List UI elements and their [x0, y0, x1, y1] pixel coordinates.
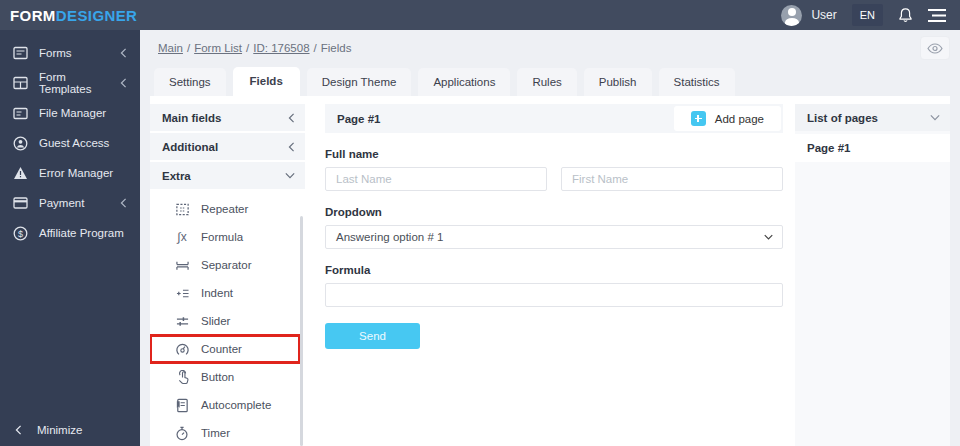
sidebar-minimize-button[interactable]: Minimize — [0, 414, 140, 446]
field-type-separator[interactable]: Separator — [150, 251, 300, 279]
tab-settings[interactable]: Settings — [154, 68, 226, 96]
pages-panel-header[interactable]: List of pages — [795, 104, 950, 131]
sidebar-item-label: Form Templates — [39, 71, 109, 95]
formula-icon: ∫x — [174, 230, 190, 244]
tab-rules[interactable]: Rules — [517, 68, 576, 96]
breadcrumb-row: Main/Form List/ID: 176508/Fields — [140, 30, 960, 62]
chevron-down-icon — [285, 172, 295, 179]
field-type-indent[interactable]: Indent — [150, 279, 300, 307]
send-button[interactable]: Send — [325, 323, 420, 349]
breadcrumb-separator: / — [246, 42, 249, 54]
field-type-formula[interactable]: ∫x Formula — [150, 223, 300, 251]
section-main-fields[interactable]: Main fields — [150, 104, 305, 131]
autocomplete-icon — [174, 398, 190, 413]
affiliate-program-icon: $ — [13, 226, 28, 241]
breadcrumb-separator: / — [314, 42, 317, 54]
sidebar-item-affiliate-program[interactable]: $ Affiliate Program — [0, 218, 140, 248]
last-name-input[interactable] — [325, 167, 547, 191]
tab-statistics[interactable]: Statistics — [659, 68, 735, 96]
chevron-left-icon — [120, 78, 127, 88]
pages-panel: List of pages Page #1 — [795, 104, 950, 446]
sidebar-item-error-manager[interactable]: Error Manager — [0, 158, 140, 188]
menu-hamburger-icon[interactable] — [928, 9, 946, 22]
section-extra[interactable]: Extra — [150, 162, 305, 189]
button-icon — [174, 370, 190, 385]
field-type-button[interactable]: Button — [150, 363, 300, 391]
svg-text:$: $ — [18, 228, 23, 238]
section-label: Main fields — [162, 112, 221, 124]
chevron-left-icon — [288, 113, 295, 123]
indent-icon — [174, 287, 190, 300]
tab-publish[interactable]: Publish — [584, 68, 652, 96]
sidebar-item-label: Error Manager — [39, 167, 113, 179]
error-manager-icon — [13, 166, 28, 180]
sidebar-item-guest-access[interactable]: Guest Access — [0, 128, 140, 158]
plus-icon — [691, 111, 706, 126]
timer-icon — [174, 426, 190, 441]
page-title: Page #1 — [337, 113, 380, 125]
page-editor: Page #1 Add page Full name Dropdown Answ… — [325, 104, 783, 446]
chevron-down-icon — [930, 114, 940, 121]
tab-bar: Settings Fields Design Theme Application… — [140, 62, 960, 96]
tab-applications[interactable]: Applications — [418, 68, 510, 96]
app-logo: FORMDESIGNER — [10, 7, 137, 24]
field-type-counter[interactable]: Counter — [150, 335, 300, 363]
breadcrumb-link-main[interactable]: Main — [158, 42, 183, 54]
breadcrumb-separator: / — [187, 42, 190, 54]
breadcrumb-current: Fields — [321, 42, 352, 54]
fields-panel-scrollbar[interactable] — [300, 216, 303, 446]
repeater-icon — [174, 202, 190, 217]
field-type-repeater[interactable]: Repeater — [150, 195, 300, 223]
guest-access-icon — [13, 136, 28, 151]
sidebar-item-forms[interactable]: Forms — [0, 38, 140, 68]
add-page-label: Add page — [715, 113, 764, 125]
field-type-slider[interactable]: Slider — [150, 307, 300, 335]
breadcrumb-link-form-id[interactable]: ID: 176508 — [253, 42, 309, 54]
page-list-item[interactable]: Page #1 — [795, 134, 950, 162]
slider-icon — [174, 315, 190, 328]
add-page-button[interactable]: Add page — [674, 106, 781, 131]
formula-label: Formula — [325, 264, 783, 276]
field-type-label: Counter — [201, 343, 242, 355]
section-label: Extra — [162, 170, 191, 182]
fields-tab-content: Main fields Additional Extra Repeater — [150, 96, 950, 446]
sidebar-item-label: Guest Access — [39, 137, 109, 149]
sidebar-item-file-manager[interactable]: File Manager — [0, 98, 140, 128]
top-bar: FORMDESIGNER User EN — [0, 0, 960, 30]
field-type-label: Autocomplete — [201, 399, 271, 411]
user-avatar[interactable] — [781, 5, 802, 26]
breadcrumb-link-form-list[interactable]: Form List — [194, 42, 242, 54]
sidebar-item-payment[interactable]: Payment — [0, 188, 140, 218]
sidebar: Forms Form Templates File Manager Guest … — [0, 30, 140, 446]
dropdown-selected-value: Answering option # 1 — [336, 231, 443, 243]
minimize-label: Minimize — [37, 424, 82, 436]
field-type-timer[interactable]: Timer — [150, 419, 300, 446]
section-additional[interactable]: Additional — [150, 133, 305, 160]
counter-icon — [174, 342, 190, 357]
notifications-bell-icon[interactable] — [898, 7, 913, 23]
field-type-label: Formula — [201, 231, 243, 243]
formula-input[interactable] — [325, 283, 783, 307]
logo-designer: DESIGNER — [56, 7, 138, 24]
tab-fields[interactable]: Fields — [233, 67, 300, 96]
field-type-label: Repeater — [201, 203, 248, 215]
sidebar-item-label: Affiliate Program — [39, 227, 124, 239]
preview-eye-button[interactable] — [920, 36, 950, 60]
field-type-label: Slider — [201, 315, 230, 327]
full-name-label: Full name — [325, 148, 783, 160]
language-selector[interactable]: EN — [852, 4, 883, 26]
dropdown-select[interactable]: Answering option # 1 — [325, 225, 783, 249]
sidebar-item-label: Forms — [39, 47, 72, 59]
payment-icon — [13, 197, 28, 209]
first-name-input[interactable] — [561, 167, 783, 191]
pages-panel-title: List of pages — [807, 112, 878, 124]
page-header: Page #1 Add page — [325, 104, 783, 133]
field-type-label: Button — [201, 371, 234, 383]
tab-design-theme[interactable]: Design Theme — [307, 68, 412, 96]
field-type-label: Separator — [201, 259, 252, 271]
field-type-autocomplete[interactable]: Autocomplete — [150, 391, 300, 419]
sidebar-item-form-templates[interactable]: Form Templates — [0, 68, 140, 98]
field-type-label: Timer — [201, 427, 230, 439]
separator-icon — [174, 259, 190, 272]
section-label: Additional — [162, 141, 218, 153]
